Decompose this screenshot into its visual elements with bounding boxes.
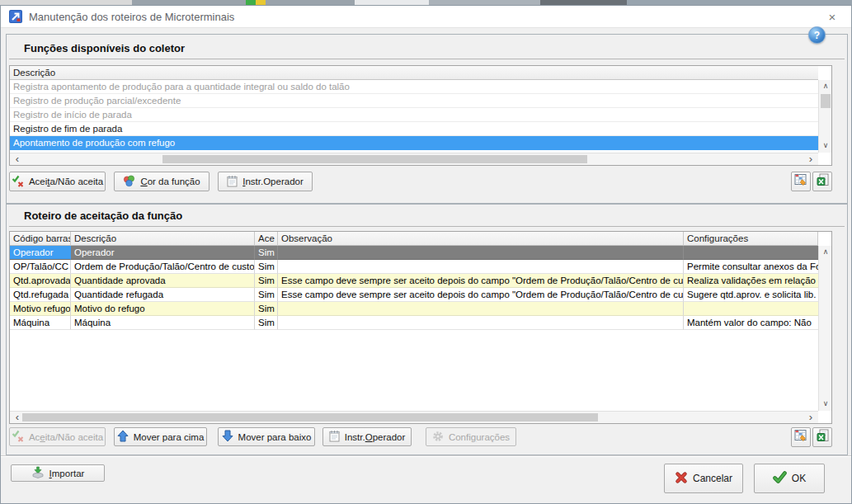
scroll-right-icon[interactable]: › xyxy=(805,412,817,423)
configuracoes-button-disabled[interactable]: Configurações xyxy=(426,427,516,446)
excel-icon xyxy=(817,429,829,445)
grid-vertical-scrollbar[interactable]: ∧ ∨ xyxy=(818,246,831,411)
check-x-icon xyxy=(12,175,24,189)
instr-operador-button2[interactable]: Instr.Operador xyxy=(322,427,412,446)
notepad-icon xyxy=(329,430,340,444)
roteiro-grid: Código barras Descrição Ace Observação C… xyxy=(9,231,832,424)
list-item[interactable]: Registro de fim de parada xyxy=(10,122,818,136)
cell-ace[interactable]: Sim xyxy=(255,246,278,260)
grid-row[interactable]: Qtd.refugada Quantidade refugada Sim Ess… xyxy=(10,288,818,302)
cell-configuracoes[interactable] xyxy=(684,246,818,260)
ok-check-icon xyxy=(773,471,787,486)
cell-observacao[interactable] xyxy=(278,316,684,330)
cell-ace[interactable]: Sim xyxy=(255,316,278,330)
list-vertical-scrollbar[interactable]: ∧ ∨ xyxy=(818,80,831,153)
vscroll-thumb[interactable] xyxy=(821,94,831,108)
grid-row[interactable]: Qtd.aprovada Quantidade aprovada Sim Ess… xyxy=(10,274,818,288)
cell-observacao[interactable]: Esse campo deve sempre ser aceito depois… xyxy=(278,274,684,288)
help-icon[interactable]: ? xyxy=(808,26,826,44)
list-horizontal-scrollbar[interactable]: ‹ › xyxy=(10,153,818,165)
scroll-right-icon[interactable]: › xyxy=(805,153,817,165)
grid-horizontal-scrollbar[interactable]: ‹ › xyxy=(10,411,818,423)
check-x-icon xyxy=(12,430,24,444)
grid-header-row: Código barras Descrição Ace Observação C… xyxy=(10,232,818,246)
group2-title-line xyxy=(9,226,845,227)
column-header-descricao[interactable]: Descrição xyxy=(10,66,818,80)
window-title: Manutenção dos roteiros de Microterminai… xyxy=(29,6,234,28)
group2-title: Roteiro de aceitação da função xyxy=(24,210,182,222)
notepad-icon xyxy=(227,175,238,189)
panel-roteiro-aceitacao: Roteiro de aceitação da função Código ba… xyxy=(6,204,848,455)
cell-descricao[interactable]: Motivo do refugo xyxy=(71,302,255,316)
cell-descricao[interactable]: Operador xyxy=(71,246,255,260)
screen: Manutenção dos roteiros de Microterminai… xyxy=(0,0,852,504)
cell-codigo[interactable]: OP/Talão/CC xyxy=(10,260,71,274)
cancelar-button[interactable]: Cancelar xyxy=(664,464,743,493)
cell-descricao[interactable]: Quantidade aprovada xyxy=(71,274,255,288)
cell-descricao[interactable]: Quantidade refugada xyxy=(71,288,255,302)
grid-row[interactable]: Máquina Máquina Sim Mantém valor do camp… xyxy=(10,316,818,330)
scroll-up-icon[interactable]: ∧ xyxy=(819,247,832,258)
list-item[interactable]: Registro de início de parada xyxy=(10,108,818,122)
column-header-ace[interactable]: Ace xyxy=(255,232,278,246)
aceita-nao-aceita-button-disabled[interactable]: Aceita/Não aceita xyxy=(9,427,106,446)
ok-button[interactable]: OK xyxy=(754,464,825,493)
cell-observacao[interactable]: Esse campo deve sempre ser aceito depois… xyxy=(278,288,684,302)
scroll-left-icon[interactable]: ‹ xyxy=(12,153,23,165)
column-header-configuracoes[interactable]: Configurações xyxy=(684,232,818,246)
cell-codigo[interactable]: Qtd.refugada xyxy=(10,288,71,302)
cor-da-funcao-button[interactable]: Cor da função xyxy=(114,172,209,191)
mover-para-baixo-button[interactable]: Mover para baixo xyxy=(218,427,315,446)
cell-descricao[interactable]: Máquina xyxy=(71,316,255,330)
cancel-x-icon xyxy=(675,471,688,487)
cell-ace[interactable]: Sim xyxy=(255,288,278,302)
cell-observacao[interactable] xyxy=(278,246,684,260)
hscroll-thumb[interactable] xyxy=(22,413,598,422)
column-header-descricao[interactable]: Descrição xyxy=(71,232,255,246)
cell-codigo[interactable]: Qtd.aprovada xyxy=(10,274,71,288)
grid-row[interactable]: OP/Talão/CC Ordem de Produção/Talão/Cent… xyxy=(10,260,818,274)
list-item[interactable]: Registra apontamento de produção para a … xyxy=(10,80,818,94)
export-excel-button2[interactable] xyxy=(812,427,832,447)
column-header-codigo-barras[interactable]: Código barras xyxy=(10,232,71,246)
cell-ace[interactable]: Sim xyxy=(255,260,278,274)
aceita-nao-aceita-button[interactable]: Aceita/Não aceita xyxy=(9,172,106,191)
mover-para-cima-button[interactable]: Mover para cima xyxy=(114,427,207,446)
list-item[interactable]: Registro de produção parcial/excedente xyxy=(10,94,818,108)
cell-ace[interactable]: Sim xyxy=(255,274,278,288)
cell-configuracoes[interactable]: Realiza validações em relação ao t xyxy=(684,274,818,288)
cell-ace[interactable]: Sim xyxy=(255,302,278,316)
cell-configuracoes[interactable]: Sugere qtd.aprov. e solicita lib. p/ xyxy=(684,288,818,302)
cell-descricao[interactable]: Ordem de Produção/Talão/Centro de custo xyxy=(71,260,255,274)
cell-observacao[interactable] xyxy=(278,302,684,316)
scroll-up-icon[interactable]: ∧ xyxy=(819,81,832,92)
grid-customize-button[interactable] xyxy=(791,172,811,191)
titlebar[interactable]: Manutenção dos roteiros de Microterminai… xyxy=(1,6,851,28)
grid-customize-button2[interactable] xyxy=(791,427,811,447)
scroll-down-icon[interactable]: ∨ xyxy=(819,140,832,152)
cell-observacao[interactable] xyxy=(278,260,684,274)
grid-row-selected[interactable]: Operador Operador Sim xyxy=(10,246,818,260)
cell-codigo[interactable]: Máquina xyxy=(10,316,71,330)
funcoes-list: Descrição Registra apontamento de produç… xyxy=(9,65,832,166)
scroll-left-icon[interactable]: ‹ xyxy=(12,412,23,423)
importar-button[interactable]: Importar xyxy=(11,464,105,482)
excel-icon xyxy=(817,173,829,190)
instr-operador-button[interactable]: Instr.Operador xyxy=(218,172,313,191)
hscroll-thumb[interactable] xyxy=(162,155,587,163)
list-item-selected[interactable]: Apontamento de produção com refugo xyxy=(10,136,818,150)
footer-bar: Importar Cancelar OK xyxy=(1,455,851,503)
cell-configuracoes[interactable]: Permite consultar anexos da Form xyxy=(684,260,818,274)
grid-hand-icon xyxy=(794,173,807,190)
column-header-observacao[interactable]: Observação xyxy=(278,232,684,246)
cell-codigo[interactable]: Motivo refugo xyxy=(10,302,71,316)
grid-row[interactable]: Motivo refugo Motivo do refugo Sim xyxy=(10,302,818,316)
cell-configuracoes[interactable]: Mantém valor do campo: Não xyxy=(684,316,818,330)
close-icon[interactable]: × xyxy=(823,9,841,26)
cell-codigo[interactable]: Operador xyxy=(10,246,71,260)
scroll-down-icon[interactable]: ∨ xyxy=(819,398,832,410)
export-excel-button[interactable] xyxy=(812,172,832,191)
cell-configuracoes[interactable] xyxy=(684,302,818,316)
dialog-manutencao-roteiros: Manutenção dos roteiros de Microterminai… xyxy=(0,5,852,504)
group1-title: Funções disponíveis do coletor xyxy=(24,42,185,54)
